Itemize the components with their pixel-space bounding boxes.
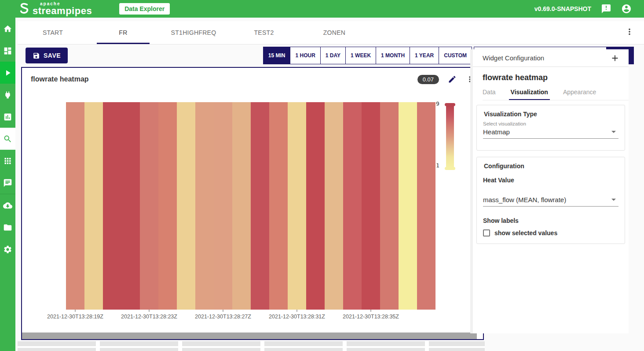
sidebar-item-home[interactable] bbox=[0, 18, 15, 40]
sidebar-item-connect[interactable] bbox=[0, 84, 15, 106]
logo-name-text: streampipes bbox=[33, 6, 92, 16]
colorbar-max-label: 9 bbox=[436, 100, 439, 107]
plug-icon bbox=[3, 90, 12, 100]
add-widget-button[interactable] bbox=[610, 53, 620, 63]
panel-tab-data[interactable]: Data bbox=[483, 89, 496, 100]
heatmap-cell bbox=[84, 102, 103, 310]
widget-title: flowrate heatmap bbox=[31, 75, 89, 83]
feedback-icon[interactable] bbox=[601, 4, 611, 14]
sidebar-item-settings[interactable] bbox=[0, 238, 15, 260]
x-tick-mark bbox=[149, 310, 150, 312]
x-axis-ticks bbox=[66, 310, 435, 312]
panel-tab-appearance[interactable]: Appearance bbox=[563, 89, 596, 100]
heatmap-cell bbox=[269, 102, 288, 310]
heatmap-cell bbox=[251, 102, 269, 310]
apps-grid-icon bbox=[3, 156, 12, 166]
streampipes-logo[interactable]: apache streampipes bbox=[17, 1, 92, 16]
edit-widget-button[interactable] bbox=[448, 75, 457, 84]
streampipes-s-icon bbox=[17, 1, 32, 16]
tab-fr[interactable]: FR bbox=[88, 21, 158, 44]
colorbar-top-cap bbox=[445, 103, 455, 106]
folder-icon bbox=[3, 223, 12, 232]
cloud-download-icon bbox=[3, 201, 12, 210]
x-tick-label: 2021-12-30T13:28:35Z bbox=[343, 314, 399, 320]
tab-zonen[interactable]: ZONEN bbox=[299, 21, 370, 44]
value-badge: 0.07 bbox=[417, 75, 439, 84]
range-1year-button[interactable]: 1 YEAR bbox=[410, 47, 439, 64]
heatmap-cell bbox=[158, 102, 177, 310]
heatmap-cell bbox=[177, 102, 195, 310]
heatmap-cell bbox=[66, 102, 84, 310]
visualization-type-value: Heatmap bbox=[483, 128, 611, 136]
chevron-down-icon bbox=[611, 131, 616, 133]
tab-st1highfreq[interactable]: ST1HIGHFREQ bbox=[158, 21, 229, 44]
heatmap-cell bbox=[343, 102, 362, 310]
heatmap-cell bbox=[121, 102, 140, 310]
sidebar-item-files[interactable] bbox=[0, 216, 15, 238]
x-axis-labels: 2021-12-30T13:28:19Z 2021-12-30T13:28:23… bbox=[66, 314, 435, 321]
heatmap-cell bbox=[325, 102, 343, 310]
sidebar-item-apps[interactable] bbox=[0, 150, 15, 172]
sidebar-item-install[interactable] bbox=[0, 194, 15, 216]
show-selected-values-checkbox[interactable] bbox=[483, 229, 490, 236]
pencil-icon bbox=[448, 75, 457, 84]
colorbar bbox=[446, 106, 454, 167]
range-1week-button[interactable]: 1 WEEK bbox=[345, 47, 376, 64]
range-15min-button[interactable]: 15 MIN bbox=[263, 47, 290, 64]
panel-header-title: Widget Configuration bbox=[483, 54, 544, 62]
x-tick-mark bbox=[297, 310, 297, 312]
chat-icon bbox=[3, 178, 12, 188]
heatmap-cell bbox=[195, 102, 214, 310]
sidebar-item-dashboard[interactable] bbox=[0, 40, 15, 62]
show-selected-values-label: show selected values bbox=[494, 229, 557, 236]
dashboard-tabbar: START FR ST1HIGHFREQ TEST2 ZONEN bbox=[18, 21, 644, 44]
configuration-card: Configuration Heat Value mass_flow (MEAN… bbox=[476, 157, 625, 244]
app-header: apache streampipes Data Explorer v0.69.0… bbox=[0, 0, 644, 18]
tab-test2[interactable]: TEST2 bbox=[229, 21, 299, 44]
panel-tab-visualization[interactable]: Visualization bbox=[511, 89, 548, 100]
show-selected-values-option[interactable]: show selected values bbox=[483, 229, 618, 236]
heatmap-cell bbox=[140, 102, 158, 310]
sidebar-item-notifications[interactable] bbox=[0, 172, 15, 194]
heatmap-plot[interactable] bbox=[66, 102, 435, 310]
bar-chart-icon bbox=[3, 112, 12, 122]
panel-header: Widget Configuration bbox=[473, 49, 629, 67]
account-icon[interactable] bbox=[621, 4, 632, 14]
x-tick-mark bbox=[75, 310, 76, 312]
heat-value-value: mass_flow (MEAN, flowrate) bbox=[483, 196, 611, 203]
show-labels-label: Show labels bbox=[483, 217, 618, 224]
configuration-heading: Configuration bbox=[484, 163, 618, 170]
visualization-type-heading: Visualization Type bbox=[484, 111, 618, 118]
save-icon bbox=[33, 52, 40, 59]
x-tick-mark bbox=[223, 310, 223, 312]
range-custom-button[interactable]: CUSTOM bbox=[439, 47, 472, 64]
visualization-type-select[interactable]: Heatmap bbox=[483, 126, 618, 139]
save-button[interactable]: SAVE bbox=[26, 48, 68, 63]
sidebar-item-pipelines[interactable] bbox=[0, 62, 15, 84]
plus-icon bbox=[610, 53, 620, 63]
sidebar-item-statistics[interactable] bbox=[0, 106, 15, 128]
heatmap-cell bbox=[214, 102, 232, 310]
widget-header: flowrate heatmap 0.07 bbox=[22, 68, 483, 91]
range-1month-button[interactable]: 1 MONTH bbox=[376, 47, 410, 64]
range-1hour-button[interactable]: 1 HOUR bbox=[290, 47, 320, 64]
heat-value-label: Heat Value bbox=[483, 177, 618, 184]
tab-start[interactable]: START bbox=[18, 21, 88, 44]
save-button-label: SAVE bbox=[44, 52, 61, 59]
tabbar-menu-button[interactable] bbox=[625, 27, 634, 38]
x-tick-mark bbox=[371, 310, 371, 312]
colorbar-min-label: 1 bbox=[436, 162, 439, 169]
heatmap-cell bbox=[232, 102, 251, 310]
version-label: v0.69.0-SNAPSHOT bbox=[534, 5, 591, 12]
x-tick-label: 2021-12-30T13:28:19Z bbox=[47, 314, 103, 320]
range-1day-button[interactable]: 1 DAY bbox=[320, 47, 345, 64]
heatmap-widget: flowrate heatmap 0.07 2021-12-30T13:28:1… bbox=[21, 67, 484, 340]
sidebar-item-data-explorer[interactable] bbox=[0, 128, 15, 150]
heatmap-cell bbox=[103, 102, 121, 310]
widget-horizontal-scrollbar[interactable] bbox=[22, 333, 477, 339]
widget-configuration-panel: Widget Configuration flowrate heatmap Da… bbox=[470, 49, 629, 333]
gear-icon bbox=[3, 245, 12, 254]
x-tick-label: 2021-12-30T13:28:27Z bbox=[195, 314, 251, 320]
sidebar-nav bbox=[0, 18, 15, 351]
heat-value-select[interactable]: mass_flow (MEAN, flowrate) bbox=[483, 194, 618, 207]
